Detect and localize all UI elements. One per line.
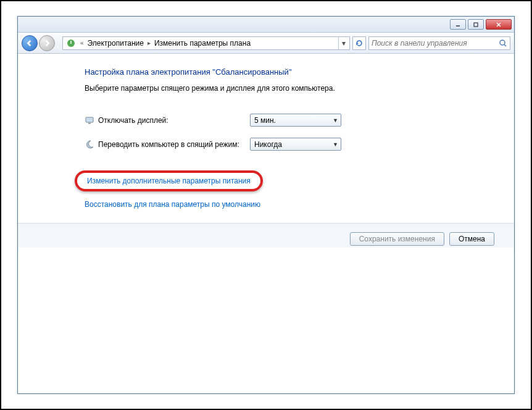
setting-label: Отключать дисплей: [98, 116, 250, 125]
breadcrumb-dropdown[interactable]: ▾ [338, 37, 348, 49]
setting-row-display: Отключать дисплей: 5 мин. ▼ [85, 114, 514, 127]
moon-icon [85, 140, 94, 149]
page-subtitle: Выберите параметры спящего режима и дисп… [85, 84, 514, 93]
minimize-button[interactable] [450, 19, 466, 30]
highlight-annotation: Изменить дополнительные параметры питани… [75, 170, 263, 191]
svg-point-5 [500, 40, 505, 45]
cancel-button[interactable]: Отмена [449, 232, 494, 246]
save-button[interactable]: Сохранить изменения [350, 232, 444, 246]
setting-label: Переводить компьютер в спящий режим: [98, 140, 250, 149]
refresh-button[interactable] [352, 36, 366, 50]
svg-rect-7 [86, 117, 93, 122]
close-button[interactable] [486, 19, 512, 30]
power-plan-icon [66, 38, 76, 48]
breadcrumb[interactable]: « Электропитание ▸ Изменить параметры пл… [62, 36, 350, 50]
select-value: 5 мин. [254, 116, 276, 125]
forward-button[interactable] [39, 35, 55, 51]
maximize-button[interactable] [468, 19, 484, 30]
svg-rect-1 [474, 23, 478, 27]
search-box[interactable] [368, 36, 510, 50]
breadcrumb-item[interactable]: Электропитание [86, 39, 145, 48]
empty-area [19, 248, 513, 393]
monitor-icon [85, 115, 94, 125]
chevron-left-icon: « [78, 40, 86, 46]
svg-rect-8 [88, 123, 91, 124]
chevron-down-icon: ▼ [333, 141, 338, 148]
restore-defaults-link[interactable]: Восстановить для плана параметры по умол… [85, 200, 514, 209]
svg-line-6 [504, 44, 506, 46]
navbar: « Электропитание ▸ Изменить параметры пл… [18, 33, 514, 54]
chevron-down-icon: ▼ [333, 117, 338, 123]
titlebar [18, 17, 514, 33]
display-timeout-select[interactable]: 5 мин. ▼ [250, 114, 341, 127]
sleep-timeout-select[interactable]: Никогда ▼ [250, 138, 341, 151]
page-title: Настройка плана электропитания "Сбаланси… [85, 67, 514, 77]
chevron-right-icon: ▸ [145, 40, 153, 46]
search-input[interactable] [372, 39, 499, 48]
advanced-settings-link[interactable]: Изменить дополнительные параметры питани… [87, 177, 251, 185]
search-icon [499, 39, 507, 48]
setting-row-sleep: Переводить компьютер в спящий режим: Ник… [85, 138, 514, 151]
back-button[interactable] [22, 35, 38, 51]
select-value: Никогда [254, 140, 282, 149]
breadcrumb-item[interactable]: Изменить параметры плана [153, 39, 252, 48]
